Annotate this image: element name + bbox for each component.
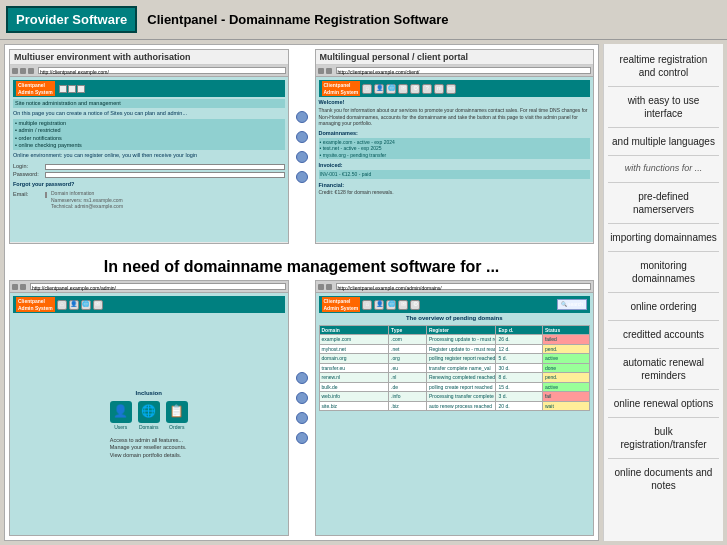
cell-type: .com	[389, 335, 427, 345]
cell-reg: polling register report reached	[426, 354, 496, 364]
dot-4	[296, 171, 308, 183]
sidebar-divider	[608, 458, 719, 459]
dot	[12, 284, 18, 290]
icon: 👤	[374, 300, 384, 310]
cell-exp: 3 d.	[496, 392, 542, 402]
icon-domain: 🌐	[386, 84, 396, 94]
cell-status: active	[542, 354, 589, 364]
browser-bar-bl: http://clientpanel.example.com/admin/	[10, 281, 288, 293]
fake-browser-br: http://clientpanel.example.com/admin/dom…	[316, 281, 594, 535]
cell-type: .biz	[389, 401, 427, 411]
domain-row: • mysite.org - pending transfer	[320, 152, 590, 159]
bl-icon-row: 👤 Users 🌐 Domains	[110, 401, 188, 431]
list-block: • multiple registration • admin / restri…	[13, 119, 285, 150]
cell-reg: Renewing completed reached	[426, 373, 496, 383]
dot	[20, 284, 26, 290]
intro-text: On this page you can create a notice of …	[13, 110, 285, 117]
dot-3	[296, 151, 308, 163]
top-screenshots-row: Multiuser environment with authorisation…	[9, 49, 594, 244]
icon-help: ?	[422, 84, 432, 94]
address-bar-bl[interactable]: http://clientpanel.example.com/admin/	[30, 283, 286, 290]
register-text: Online environment: you can register onl…	[13, 152, 285, 159]
title-bar-bl: ClientpanelAdmin System ⌂ 👤 🌐 ✉	[13, 296, 285, 313]
fake-title-bar-right: ClientpanelAdmin System ⌂ 👤 🌐 ✉ ⚙ ? nl	[319, 80, 591, 97]
browser-body-left: ClientpanelAdmin System Site notice admi…	[10, 77, 288, 242]
sidebar-divider	[608, 182, 719, 183]
cell-type: .nl	[389, 373, 427, 383]
email-input[interactable]	[45, 192, 47, 198]
bl-icon-label-3: Orders	[166, 424, 188, 431]
sidebar-divider	[608, 292, 719, 293]
cell-reg: Register update to - must reached	[426, 344, 496, 354]
browser-dot-2	[20, 68, 26, 74]
sidebar-divider	[608, 127, 719, 128]
table-header-row: Domain Type Register Exp d. Status	[319, 325, 590, 335]
cell-domain: web.info	[319, 392, 389, 402]
icon: ⌂	[362, 300, 372, 310]
sidebar-item-realtime: realtime registration and control	[608, 50, 719, 82]
invoiced-title: Invoiced:	[319, 162, 591, 169]
icon: 🌐	[386, 300, 396, 310]
browser-dot	[326, 68, 332, 74]
sidebar-divider	[608, 251, 719, 252]
sidebar-item-importing: importing domainnames	[608, 228, 719, 247]
icon: ⌂	[57, 300, 67, 310]
icon-settings: ⚙	[410, 84, 420, 94]
list-item: • order notifications	[15, 135, 283, 142]
sidebar-divider	[608, 86, 719, 87]
bl-icon-symbol-3: 📋	[169, 404, 184, 420]
forgot-left: Email:	[13, 190, 47, 210]
icon-flag-en: en	[446, 84, 456, 94]
cell-domain: myhost.net	[319, 344, 389, 354]
br-body: The overview of pending domains Domain T…	[319, 315, 591, 411]
cell-status: fail	[542, 392, 589, 402]
cell-domain: bulk.de	[319, 382, 389, 392]
cell-reg: auto renew process reached	[426, 401, 496, 411]
forgot-section: Forgot your password? Email:	[13, 181, 285, 210]
bl-icon-label: Users	[110, 424, 132, 431]
list-item: • multiple registration	[15, 120, 283, 127]
address-bar-right[interactable]: http://clientpanel.example.com/client/	[336, 67, 592, 74]
list-item: • online checking payments	[15, 142, 283, 149]
top-left-content: http://clientpanel.example.com/ Clientpa…	[10, 65, 288, 242]
address-bar[interactable]: http://clientpanel.example.com/	[38, 67, 286, 74]
dot-b4	[296, 432, 308, 444]
cell-status: done	[542, 363, 589, 373]
search-box[interactable]: 🔍 search	[557, 299, 587, 310]
cell-exp: 8 d.	[496, 373, 542, 383]
icon: ✉	[93, 300, 103, 310]
dots-column-bottom	[293, 280, 311, 536]
cell-status: active	[542, 382, 589, 392]
sidebar-item-renewal-reminders: automatic renewal reminders	[608, 353, 719, 385]
forgot-form: Email: Domain information Nameservers: n…	[13, 190, 285, 210]
forgot-row: Email:	[13, 191, 47, 198]
fake-browser-left: http://clientpanel.example.com/ Clientpa…	[10, 65, 288, 242]
cell-domain: site.biz	[319, 401, 389, 411]
sidebar-item-monitoring: monitoring domainnames	[608, 256, 719, 288]
right-main: Welcome! Thank you for information about…	[319, 99, 591, 196]
form-row-1: Login:	[13, 163, 285, 170]
icon: 🌐	[81, 300, 91, 310]
login-input[interactable]	[45, 164, 285, 170]
form-row-2: Password:	[13, 171, 285, 178]
bl-icon-box-3: 📋	[166, 401, 188, 423]
sidebar-item-credited: creditted accounts	[608, 325, 719, 344]
content-block: Site notice administration and managemen…	[13, 99, 285, 108]
icon-flag-nl: nl	[434, 84, 444, 94]
bl-icon-item-3: 📋 Orders	[166, 401, 188, 431]
top-right-content: http://clientpanel.example.com/client/ C…	[316, 65, 594, 242]
nav-icon	[68, 85, 76, 93]
form-area: Login: Password: Forgot your password?	[13, 163, 285, 210]
email-label: Email:	[13, 191, 43, 198]
cell-reg: Processing update to - must reached	[426, 335, 496, 345]
cell-reg: Processing transfer complete	[426, 392, 496, 402]
cell-status: pend.	[542, 344, 589, 354]
icons-row: ⌂ 👤 🌐 ✉ ⚙ ? nl en	[362, 84, 456, 94]
bl-icon-box-2: 🌐	[138, 401, 160, 423]
password-input[interactable]	[45, 172, 285, 178]
sidebar-item-documents: online documents and notes	[608, 463, 719, 495]
cell-type: .net	[389, 344, 427, 354]
bottom-left-content: http://clientpanel.example.com/admin/ Cl…	[10, 281, 288, 535]
icon: ✉	[398, 300, 408, 310]
address-bar-br[interactable]: http://clientpanel.example.com/admin/dom…	[336, 283, 592, 290]
